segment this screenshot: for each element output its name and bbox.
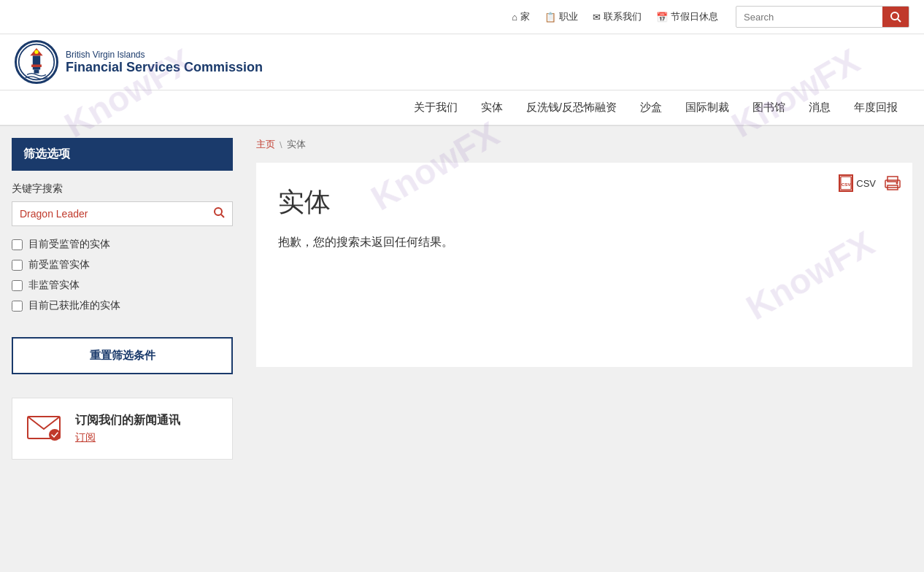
checkbox-prev-regulated-input[interactable] (12, 260, 23, 271)
csv-button[interactable]: CSV CSV (839, 174, 876, 192)
top-search-input[interactable] (736, 8, 882, 26)
topbar-career-link[interactable]: 📋 职业 (544, 10, 578, 23)
print-icon[interactable] (885, 176, 901, 190)
checkbox-non-regulated-label: 非监管实体 (28, 279, 80, 292)
csv-label: CSV (856, 178, 876, 189)
newsletter-content: 订阅我们的新闻通讯 订阅 (75, 413, 180, 444)
main-content: 主页 \ 实体 CSV CSV (245, 126, 924, 564)
logo-text-top: British Virgin Islands (66, 50, 263, 60)
topbar-holiday-link[interactable]: 📅 节假日休息 (656, 10, 718, 23)
svg-rect-3 (33, 55, 40, 69)
topbar-home-link[interactable]: ⌂ 家 (512, 10, 530, 23)
calendar-icon: 📅 (656, 12, 668, 23)
nav-annual[interactable]: 年度回报 (842, 90, 909, 125)
svg-point-8 (215, 208, 222, 215)
csv-icon: CSV (839, 174, 853, 192)
page-heading: 实体 (278, 185, 890, 220)
keyword-search-input[interactable] (20, 208, 213, 220)
topbar-contact-link[interactable]: ✉ 联系我们 (593, 10, 642, 23)
header: British Virgin Islands Financial Service… (0, 34, 924, 90)
reset-filter-button[interactable]: 重置筛选条件 (12, 337, 233, 374)
svg-rect-15 (888, 177, 898, 182)
checkbox-approved: 目前已获批准的实体 (12, 299, 233, 312)
logo-area: British Virgin Islands Financial Service… (15, 40, 263, 84)
checkbox-currently-regulated-input[interactable] (12, 239, 23, 250)
no-results-message: 抱歉，您的搜索未返回任何结果。 (278, 235, 890, 250)
nav-news[interactable]: 消息 (797, 90, 842, 125)
nav-items: 关于我们 实体 反洗钱/反恐怖融资 沙盒 国际制裁 图书馆 消息 年度回报 (402, 90, 909, 125)
checkbox-approved-label: 目前已获批准的实体 (28, 299, 120, 312)
top-search-button[interactable] (882, 7, 909, 27)
svg-line-9 (221, 214, 224, 217)
top-bar-links: ⌂ 家 📋 职业 ✉ 联系我们 📅 节假日休息 (512, 10, 718, 23)
nav-entity[interactable]: 实体 (469, 90, 515, 125)
search-bar (736, 6, 909, 28)
svg-point-17 (896, 182, 898, 185)
filter-title: 筛选选项 (12, 138, 233, 171)
search-icon (890, 11, 901, 23)
breadcrumb-separator: \ (280, 139, 282, 150)
logo-svg (18, 43, 55, 81)
checkbox-currently-regulated-label: 目前受监管的实体 (28, 238, 110, 251)
checkbox-approved-input[interactable] (12, 301, 23, 312)
newsletter-icon (27, 413, 63, 442)
newsletter-title: 订阅我们的新闻通讯 (75, 413, 180, 428)
keyword-search-icon[interactable] (213, 206, 225, 221)
top-bar: ⌂ 家 📋 职业 ✉ 联系我们 📅 节假日休息 (0, 0, 924, 34)
checkbox-prev-regulated: 前受监管实体 (12, 258, 233, 271)
nav-sandbox[interactable]: 沙盒 (628, 90, 674, 125)
breadcrumb-current: 实体 (287, 138, 306, 151)
nav-library[interactable]: 图书馆 (741, 90, 797, 125)
checkbox-prev-regulated-label: 前受监管实体 (28, 258, 90, 271)
sidebar: 筛选选项 关键字搜索 目前受监管的实体 前受监管实体 非监管实体 目前已 (0, 126, 245, 564)
logo-text-bottom: Financial Services Commission (66, 60, 263, 75)
briefcase-icon: 📋 (544, 12, 556, 23)
breadcrumb: 主页 \ 实体 (256, 138, 912, 151)
svg-line-1 (898, 19, 901, 22)
home-icon: ⌂ (512, 12, 517, 23)
content-toolbar: CSV CSV (839, 174, 901, 192)
svg-point-0 (891, 12, 898, 20)
svg-rect-5 (31, 64, 42, 66)
breadcrumb-home-link[interactable]: 主页 (256, 138, 275, 151)
keyword-search-wrap (12, 201, 233, 226)
checkbox-currently-regulated: 目前受监管的实体 (12, 238, 233, 251)
svg-point-6 (34, 50, 38, 54)
nav-sanctions[interactable]: 国际制裁 (674, 90, 741, 125)
mail-icon: ✉ (593, 12, 601, 23)
nav-about[interactable]: 关于我们 (402, 90, 469, 125)
logo-text: British Virgin Islands Financial Service… (66, 50, 263, 75)
checkbox-non-regulated-input[interactable] (12, 280, 23, 291)
svg-rect-7 (34, 69, 39, 73)
newsletter-subscribe-link[interactable]: 订阅 (75, 431, 96, 443)
logo-circle (15, 40, 58, 84)
page-layout: 筛选选项 关键字搜索 目前受监管的实体 前受监管实体 非监管实体 目前已 (0, 126, 924, 564)
svg-text:CSV: CSV (842, 182, 852, 187)
svg-point-11 (49, 429, 61, 441)
keyword-label: 关键字搜索 (12, 182, 233, 196)
newsletter-box: 订阅我们的新闻通讯 订阅 (12, 398, 233, 460)
nav-bar: 关于我们 实体 反洗钱/反恐怖融资 沙盒 国际制裁 图书馆 消息 年度回报 (0, 90, 924, 126)
nav-aml[interactable]: 反洗钱/反恐怖融资 (515, 90, 628, 125)
checkbox-non-regulated: 非监管实体 (12, 279, 233, 292)
content-panel: CSV CSV 实体 抱歉，您的搜索未返回任何结果。 (256, 163, 912, 367)
